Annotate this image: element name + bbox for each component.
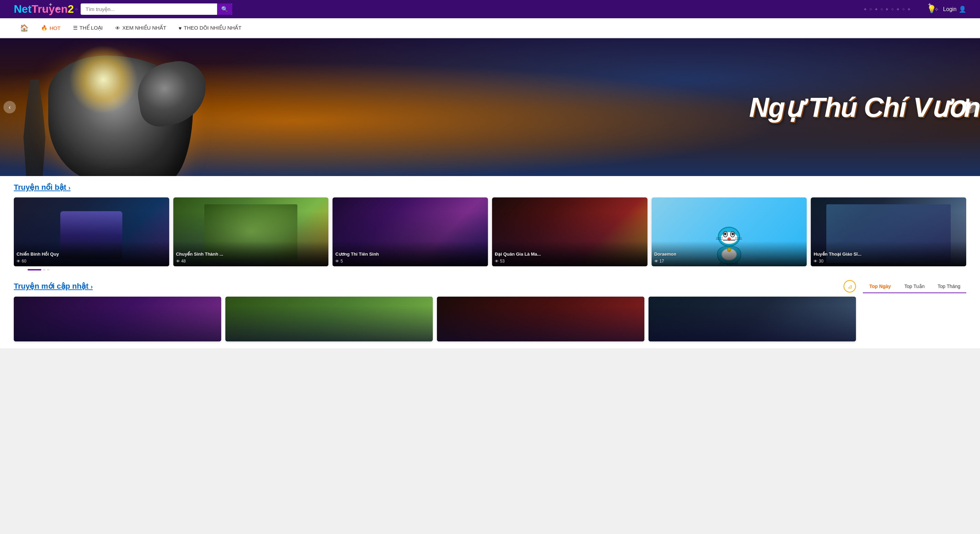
latest-updates-section: Truyện mới cập nhật › ⊿ [14,280,856,342]
manga-card-overlay-3: Cương Thi Tiên Sinh 👁 5 [332,241,488,266]
latest-updates-title[interactable]: Truyện mới cập nhật › [14,282,93,291]
manga-title-5: Doraemon [654,251,804,257]
manga-card-overlay-5: Doraemon 👁 17 [652,241,807,266]
latest-cover-1 [14,297,221,342]
main-content: Truyện nổi bật › Chiến Binh Hồi Quy 👁 60 [0,176,980,348]
search-input[interactable] [81,3,232,15]
featured-section: Truyện nổi bật › Chiến Binh Hồi Quy 👁 60 [0,176,980,280]
manga-card-overlay-4: Đại Quân Gia Là Ma... 👁 53 [492,241,648,266]
latest-cover-4 [649,297,856,342]
eye-icon: 👁 [115,25,120,31]
manga-card-2[interactable]: Chuyển Sinh Thành ... 👁 48 [173,197,329,266]
nav-item-the-loai[interactable]: ☰ THỂ LOẠI [67,19,109,37]
main-nav: 🏠 🔥 HOT ☰ THỂ LOẠI 👁 XEM NHIỀU NHẤT ♥ TH… [0,18,980,38]
latest-card-1[interactable] [14,297,221,342]
manga-card-5[interactable]: doraemon Doraemon 👁 17 [652,197,807,266]
latest-updates-header: Truyện mới cập nhật › ⊿ [14,280,856,292]
logo-truyen: Truyen [32,3,68,15]
manga-views-1: 👁 60 [16,259,166,264]
tab-top-tuan[interactable]: Top Tuần [897,280,932,292]
eye-icon: 👁 [176,259,180,263]
indicator-dot-1[interactable] [27,269,41,270]
site-logo[interactable]: NetTruyen2 [14,3,74,16]
login-label: Login [943,6,956,13]
eye-icon: 👁 [335,259,339,263]
header-right: 💡 Login 👤 [927,5,966,14]
latest-cover-2 [225,297,433,342]
top-ranking-tabs: Top Ngày Top Tuần Top Tháng [863,280,966,293]
manga-title-1: Chiến Binh Hồi Quy [16,251,166,257]
manga-card-overlay-1: Chiến Binh Hồi Quy 👁 60 [14,241,169,266]
featured-title[interactable]: Truyện nổi bật › [14,183,71,192]
list-icon: ☰ [73,25,78,31]
manga-views-4: 👁 53 [495,259,645,264]
indicator-dot-3[interactable] [47,269,49,270]
search-button[interactable]: 🔍 [217,3,232,15]
manga-title-4: Đại Quân Gia Là Ma... [495,251,645,257]
login-button[interactable]: Login 👤 [943,5,966,13]
nav-xemnhieu-label: XEM NHIỀU NHẤT [123,25,166,31]
search-icon: 🔍 [221,6,228,12]
latest-cover-3 [437,297,644,342]
home-icon: 🏠 [20,24,29,32]
search-bar: 🔍 [81,3,232,15]
fire-icon: 🔥 [41,25,48,31]
nav-hot-label: HOT [49,25,60,31]
manga-card-1[interactable]: Chiến Binh Hồi Quy 👁 60 [14,197,169,266]
tab-top-thang[interactable]: Top Tháng [932,280,966,292]
heart-icon: ♥ [178,25,181,31]
latest-card-2[interactable] [225,297,433,342]
nav-theodoi-label: THEO DÕI NHIỀU NHẤT [184,25,241,31]
featured-header: Truyện nổi bật › [14,183,966,192]
eye-icon: 👁 [495,259,499,263]
featured-indicators [14,266,966,273]
nav-item-theo-doi[interactable]: ♥ THEO DÕI NHIỀU NHẤT [172,19,247,37]
manga-card-3[interactable]: Cương Thi Tiên Sinh 👁 5 [332,197,488,266]
manga-views-2: 👁 48 [176,259,326,264]
nav-theloai-label: THỂ LOẠI [80,25,103,31]
top-rankings-sidebar: Top Ngày Top Tuần Top Tháng [863,280,966,342]
featured-arrow: › [68,184,71,191]
latest-card-4[interactable] [649,297,856,342]
latest-card-3[interactable] [437,297,644,342]
manga-views-6: 👁 30 [814,259,964,264]
featured-manga-grid: Chiến Binh Hồi Quy 👁 60 Chuyển Sinh Thàn… [14,197,966,266]
logo-two: 2 [68,3,74,15]
filter-button[interactable]: ⊿ [843,280,856,292]
banner-prev-button[interactable]: ‹ [3,101,16,113]
manga-card-6[interactable]: Huyền Thoại Giáo Sĩ... 👁 30 [811,197,966,266]
human-figure [21,79,48,176]
header: ✦ ✧ ✦ ✦ ✧ NetTruyen2 🔍 💡 Login 👤 [0,0,980,18]
nav-item-hot[interactable]: 🔥 HOT [35,19,67,37]
nav-home[interactable]: 🏠 [14,18,35,38]
manga-card-overlay-2: Chuyển Sinh Thành ... 👁 48 [173,241,329,266]
tab-top-ngay[interactable]: Top Ngày [863,280,897,292]
eye-icon: 👁 [814,259,817,263]
manga-views-5: 👁 17 [654,259,804,264]
user-icon: 👤 [959,5,966,13]
latest-arrow: › [91,283,93,290]
nav-item-xem-nhieu[interactable]: 👁 XEM NHIỀU NHẤT [109,19,172,37]
banner-next-button[interactable]: › [964,101,977,113]
bulb-icon[interactable]: 💡 [927,5,936,14]
filter-icon: ⊿ [848,283,852,290]
indicator-dot-2[interactable] [43,269,46,270]
manga-title-2: Chuyển Sinh Thành ... [176,251,326,257]
eye-icon: 👁 [654,259,658,263]
eye-icon: 👁 [16,259,20,263]
banner-arrows: ‹ › [0,101,980,113]
manga-card-overlay-6: Huyền Thoại Giáo Sĩ... 👁 30 [811,241,966,266]
logo-net: Net [14,3,32,15]
manga-views-3: 👁 5 [335,259,485,264]
manga-title-3: Cương Thi Tiên Sinh [335,251,485,257]
latest-manga-grid [14,297,856,342]
lower-section: Truyện mới cập nhật › ⊿ [0,280,980,348]
manga-title-6: Huyền Thoại Giáo Sĩ... [814,251,964,257]
manga-card-4[interactable]: Đại Quân Gia Là Ma... 👁 53 [492,197,648,266]
hero-banner: Ngự Thú Chí Vươn ‹ › [0,38,980,176]
